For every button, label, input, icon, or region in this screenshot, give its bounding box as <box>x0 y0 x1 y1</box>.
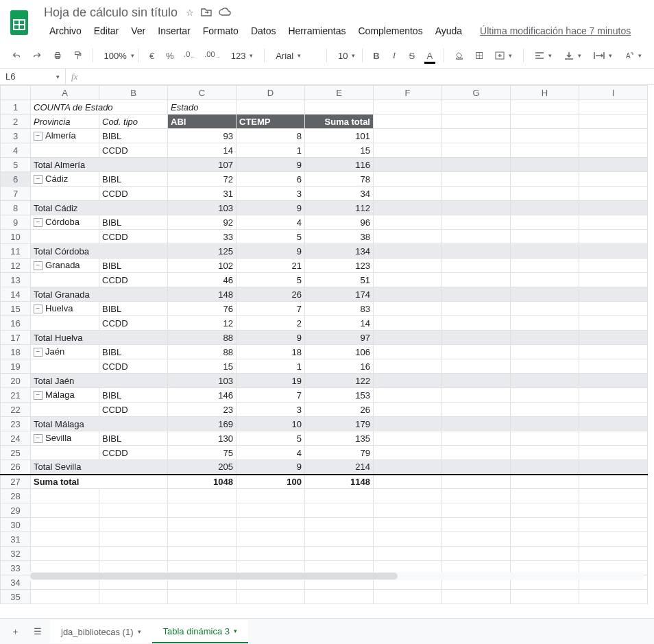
cell[interactable]: −Huelva <box>31 302 99 316</box>
cell[interactable] <box>511 503 579 518</box>
cell[interactable] <box>305 100 374 115</box>
cell[interactable] <box>374 417 442 431</box>
cell[interactable] <box>31 590 99 604</box>
menu-insertar[interactable]: Insertar <box>152 23 195 39</box>
cell[interactable] <box>442 547 511 561</box>
cell[interactable]: 5 <box>237 431 305 446</box>
cell[interactable] <box>442 532 511 547</box>
cell[interactable]: CCDD <box>99 187 168 201</box>
cell[interactable] <box>442 287 511 302</box>
cell[interactable]: CCDD <box>99 316 168 331</box>
cell[interactable] <box>374 590 442 604</box>
cell[interactable]: −Almería <box>31 129 99 143</box>
cell[interactable] <box>579 532 648 547</box>
cell[interactable] <box>579 374 648 388</box>
cell[interactable]: 2 <box>237 316 305 331</box>
cell[interactable]: CCDD <box>99 143 168 158</box>
cell[interactable]: BIBL <box>99 431 168 446</box>
menu-ver[interactable]: Ver <box>125 23 151 39</box>
cell[interactable] <box>374 331 442 345</box>
cell[interactable] <box>442 215 511 230</box>
cell[interactable]: 26 <box>305 403 374 417</box>
sheet-tab[interactable]: Tabla dinámica 3 <box>152 620 249 643</box>
cell[interactable]: Suma total <box>305 115 374 129</box>
cell[interactable] <box>374 215 442 230</box>
cell[interactable] <box>511 129 579 143</box>
row-header-15[interactable]: 15 <box>1 302 31 316</box>
cell[interactable]: 26 <box>237 287 305 302</box>
cell[interactable] <box>237 518 305 532</box>
cell[interactable] <box>579 489 648 503</box>
col-header-H[interactable]: H <box>511 86 579 100</box>
cell[interactable] <box>511 388 579 403</box>
cell[interactable] <box>579 230 648 244</box>
cell[interactable] <box>511 244 579 259</box>
cell[interactable] <box>374 374 442 388</box>
row-header-9[interactable]: 9 <box>1 215 31 230</box>
cell[interactable] <box>442 431 511 446</box>
cell[interactable] <box>442 403 511 417</box>
cell[interactable] <box>442 518 511 532</box>
cell[interactable]: 21 <box>237 259 305 273</box>
cell[interactable]: 76 <box>168 302 237 316</box>
cell[interactable]: 34 <box>305 187 374 201</box>
cell[interactable]: Total Córdoba <box>31 244 168 259</box>
menu-complementos[interactable]: Complementos <box>352 23 428 39</box>
cell[interactable] <box>579 302 648 316</box>
cell[interactable] <box>579 417 648 431</box>
row-header-25[interactable]: 25 <box>1 446 31 460</box>
cell[interactable] <box>374 230 442 244</box>
cell[interactable]: 75 <box>168 446 237 460</box>
cell[interactable]: Suma total <box>31 475 168 489</box>
cell[interactable] <box>374 460 442 475</box>
cell[interactable] <box>579 547 648 561</box>
cell[interactable] <box>374 503 442 518</box>
row-header-5[interactable]: 5 <box>1 158 31 172</box>
cell[interactable]: −Sevilla <box>31 431 99 446</box>
row-header-14[interactable]: 14 <box>1 287 31 302</box>
cell[interactable] <box>579 345 648 359</box>
cell[interactable] <box>374 172 442 187</box>
cell[interactable] <box>511 345 579 359</box>
zoom-select[interactable]: 100% <box>99 49 130 62</box>
cell[interactable]: 9 <box>237 460 305 475</box>
cell[interactable]: 14 <box>305 316 374 331</box>
cell[interactable]: CCDD <box>99 446 168 460</box>
cell[interactable] <box>511 331 579 345</box>
row-header-8[interactable]: 8 <box>1 201 31 215</box>
cell[interactable]: Total Huelva <box>31 331 168 345</box>
cell[interactable] <box>442 590 511 604</box>
row-header-12[interactable]: 12 <box>1 259 31 273</box>
cell[interactable]: 169 <box>168 417 237 431</box>
cell[interactable] <box>237 547 305 561</box>
cell[interactable] <box>511 374 579 388</box>
cell[interactable]: 18 <box>237 345 305 359</box>
cell[interactable] <box>579 201 648 215</box>
cell[interactable] <box>99 518 168 532</box>
undo-button[interactable] <box>8 47 25 64</box>
row-header-11[interactable]: 11 <box>1 244 31 259</box>
cell[interactable]: 7 <box>237 302 305 316</box>
cell[interactable]: 103 <box>168 201 237 215</box>
cell[interactable]: 4 <box>237 215 305 230</box>
collapse-icon[interactable]: − <box>34 132 43 141</box>
cell[interactable] <box>442 489 511 503</box>
row-header-31[interactable]: 31 <box>1 532 31 547</box>
row-header-22[interactable]: 22 <box>1 403 31 417</box>
cell[interactable]: 174 <box>305 287 374 302</box>
cell[interactable]: 107 <box>168 158 237 172</box>
last-modified-link[interactable]: Última modificación hace 7 minutos <box>480 25 631 36</box>
cell[interactable] <box>579 431 648 446</box>
cell[interactable] <box>442 143 511 158</box>
italic-button[interactable]: I <box>387 47 401 64</box>
col-header-I[interactable]: I <box>579 86 648 100</box>
cell[interactable] <box>579 172 648 187</box>
menu-ayuda[interactable]: Ayuda <box>430 23 468 39</box>
collapse-icon[interactable]: − <box>34 305 43 313</box>
bold-button[interactable]: B <box>370 47 383 64</box>
cell[interactable] <box>374 143 442 158</box>
cell[interactable]: Estado <box>168 100 237 115</box>
cell[interactable]: 3 <box>237 403 305 417</box>
cell[interactable] <box>511 417 579 431</box>
row-header-21[interactable]: 21 <box>1 388 31 403</box>
